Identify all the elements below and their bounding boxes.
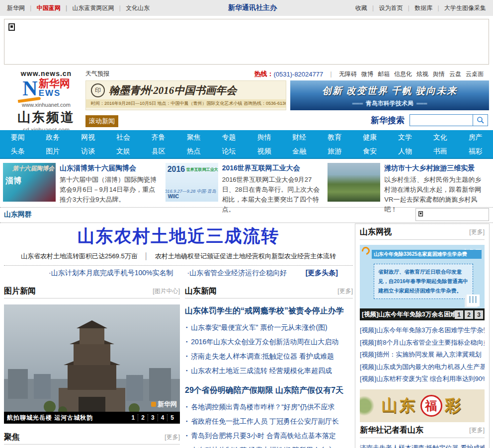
qingdao-tech-banner[interactable]: 创新 改变世界 千帆 驶向未来 青岛市科学技术局 (290, 80, 489, 110)
nav-item[interactable]: 要闻 (0, 133, 35, 142)
nav-item[interactable]: 聚焦 (176, 133, 211, 142)
highlight-title[interactable]: 潍坊市十大乡村旅游三维实景 (384, 164, 485, 173)
nav-item[interactable]: 头条 (0, 147, 35, 156)
headline-sub2[interactable]: 农村土地确权登记颁证促进土地经营权向新型农业经营主体流转 (155, 252, 336, 260)
top-headline[interactable]: 山东农村土地近三成流转 (4, 224, 353, 248)
nav-item[interactable]: 书画 (422, 147, 458, 156)
topbar-link-sethome[interactable]: 设为首页 (379, 4, 414, 12)
page-number[interactable]: 5 (167, 414, 177, 421)
video-thumbnail[interactable]: 齐鲁网 山东今年免除33625名家庭困难学生学杂费 省财政厅、省教育厅近日联合印… (360, 245, 485, 320)
video-item[interactable]: [视频]德州：实施协同发展 融入京津冀规划 (360, 349, 485, 361)
topbar-link-database[interactable]: 数据库 (414, 4, 444, 12)
scroll-news-button[interactable]: 滚动新闻 (85, 115, 118, 127)
nav-item[interactable]: 旅游 (317, 147, 352, 156)
nav-item[interactable]: 专题 (211, 133, 246, 142)
page-number[interactable]: 3 (148, 414, 158, 421)
news-item[interactable]: 省政府任免一批工作人员 丁冠勇任公安厅副厅长 (185, 414, 353, 429)
wiic-thumbnail[interactable]: 2016 世界互联网工业大会 WIIC 2016.9.27—9.28 中国·青岛 (165, 163, 218, 202)
photo-center-link[interactable]: [图片中心] (153, 287, 180, 296)
nav-item[interactable]: 食安 (352, 147, 388, 156)
more-link[interactable]: [更多] (469, 426, 485, 435)
quick-link[interactable]: 舆情 (433, 71, 445, 77)
quick-link[interactable]: 微博 (361, 71, 373, 77)
nav-item[interactable]: 金融 (282, 147, 317, 156)
nav-item[interactable]: 社会 (106, 133, 141, 142)
nav-item[interactable]: 热点 (176, 147, 211, 156)
weather-link[interactable]: 天气预报 (85, 70, 109, 78)
nav-item[interactable]: 房产 (458, 133, 493, 142)
page: 新华网 中国蓝网 山东蓝黄两区网 文化山东 新华通讯社主办 收藏 设为首页 数据… (0, 0, 493, 448)
more-link[interactable]: [更多] (164, 433, 180, 442)
topbar-link-lanhuang[interactable]: 山东蓝黄两区网 (73, 4, 126, 12)
network-group-select-placeholder[interactable] (415, 208, 489, 221)
more-headlines-link[interactable]: [更多头条] (306, 269, 338, 278)
nav-item[interactable]: 文娱 (106, 147, 141, 156)
site-logo[interactable]: www.news.cn N 新华网 EWS www.xinhuanet.com … (9, 70, 83, 134)
page-number[interactable]: 4 (158, 414, 167, 421)
more-link[interactable]: [更多] (469, 228, 485, 236)
headline-link-1[interactable]: ·山东计划本月底完成手机号100%实名制 (49, 269, 173, 278)
weifang-thumbnail[interactable] (328, 163, 380, 202)
nav-item[interactable]: 财经 (282, 133, 317, 142)
video-item[interactable]: [视频]山东秸秆变废为宝 综合利用率达到90% (360, 373, 485, 385)
network-group-label[interactable]: 山东网群 (4, 210, 32, 219)
nav-item[interactable]: 人物 (387, 147, 422, 156)
page-number[interactable]: 2 (465, 310, 473, 319)
photo-caption[interactable]: 航拍聊城光岳楼 运河古城秋韵 (7, 414, 129, 422)
topbar-link-image-collect[interactable]: 大学生图像采集 (444, 4, 486, 12)
more-link[interactable]: [更多] (337, 287, 353, 296)
news-group-headline[interactable]: 山东体罚学生的“戒网瘾学校”被责令停止办学 (185, 306, 353, 316)
video-item[interactable]: [视频]山东成为国内最大的电力机器人生产基地 (360, 361, 485, 373)
page-number[interactable]: 3 (475, 310, 483, 319)
nav-item[interactable]: 健康 (352, 133, 388, 142)
news-item[interactable]: 济南走失老人样本调查:抵触定位器 看护成难题 (185, 349, 353, 364)
video-item[interactable]: [视频]前8个月山东省管企业主要指标企稳向好 (360, 337, 485, 349)
quick-link[interactable]: 信息化 (394, 71, 412, 77)
headline-sub1[interactable]: 山东省农村土地流转面积已达2569.5万亩 (21, 252, 138, 260)
nav-item[interactable]: 舆情 (246, 133, 282, 142)
nav-item[interactable]: 福彩 (458, 147, 493, 156)
highlight-title[interactable]: 山东淄博第十六届陶博会 (60, 164, 161, 173)
nav-item[interactable]: 政务 (35, 133, 71, 142)
news-item[interactable]: 2016年山东大众创业万众创新活动周在山大启动 (185, 335, 353, 349)
quick-link[interactable]: 炫视 (416, 71, 428, 77)
highlight-title[interactable]: 2016世界互联网工业大会 (222, 164, 323, 173)
news-item[interactable]: 山东科技体制改革:经费大幅松绑 院所用人自主 (185, 443, 353, 448)
quick-link[interactable]: 云桌面 (466, 71, 484, 77)
news-item[interactable]: 山东泰安“最便宜火车” 票价一元从未涨价(图) (185, 320, 353, 335)
page-number[interactable]: 2 (138, 414, 148, 421)
nav-item[interactable]: 县区 (141, 147, 176, 156)
topbar-link-wenhua-shandong[interactable]: 文化山东 (126, 4, 150, 12)
video-item[interactable]: [视频]山东今年年免除3万余名困难学生学杂费 (360, 324, 485, 337)
nav-item[interactable]: 文学 (387, 133, 422, 142)
nav-item[interactable]: 论坛 (211, 147, 246, 156)
headline-link-2[interactable]: ·山东省管企业经济运行企稳向好 (187, 269, 287, 278)
topbar-link-xinhuanet[interactable]: 新华网 (7, 4, 37, 12)
page-number[interactable]: 1 (455, 310, 463, 319)
nav-item[interactable]: 视频 (246, 147, 282, 156)
nav-item[interactable]: 网视 (71, 133, 106, 142)
taobohui-thumbnail[interactable]: 第十六届陶博会 淄博 (3, 163, 56, 202)
fucai-banner[interactable]: 山东 福 彩 (360, 389, 485, 422)
quick-link[interactable]: 无障碍 (339, 71, 357, 77)
topbar-link-favorite[interactable]: 收藏 (355, 4, 379, 12)
news-item[interactable]: 山东农村土地近三成流转 经营规模化率超四成 (185, 364, 353, 378)
search-input[interactable] (410, 114, 473, 126)
photo-news-image[interactable]: 新华网 航拍聊城光岳楼 运河古城秋韵 12345 (4, 304, 180, 424)
quick-link[interactable]: 云盘 (449, 71, 461, 77)
nav-item[interactable]: 图片 (35, 147, 71, 156)
nav-item[interactable]: 齐鲁 (141, 133, 176, 142)
news-item[interactable]: 济南走失老人样本调查:抵触定位器 看护成难题 (360, 442, 485, 448)
news-item[interactable]: 青岛到合肥将只要3小时 合青高铁站点基本落定 (185, 429, 353, 443)
quick-link[interactable]: 邮箱 (378, 71, 390, 77)
calligraphy-banner[interactable]: 印 翰墨青州·2016中国书画年会 时间：2016年9月28日—10月5日 地点… (85, 80, 286, 110)
news-item[interactable]: 各地调控频出青岛楼市咋样？“好房”仍供不应求 (185, 400, 353, 414)
nav-item[interactable]: 访谈 (71, 147, 106, 156)
page-number[interactable]: 1 (129, 414, 138, 421)
nav-item[interactable]: 文化 (422, 133, 458, 142)
news-group-headline[interactable]: 29个省份明确陪产假期限 山东陪产假仅有7天 (185, 385, 353, 396)
topbar-link-zhongguolanwang[interactable]: 中国蓝网 (37, 4, 73, 12)
logo-cn-text: 新华网 (39, 77, 70, 89)
nav-item[interactable]: 教育 (317, 133, 352, 142)
search-button[interactable] (473, 114, 488, 126)
